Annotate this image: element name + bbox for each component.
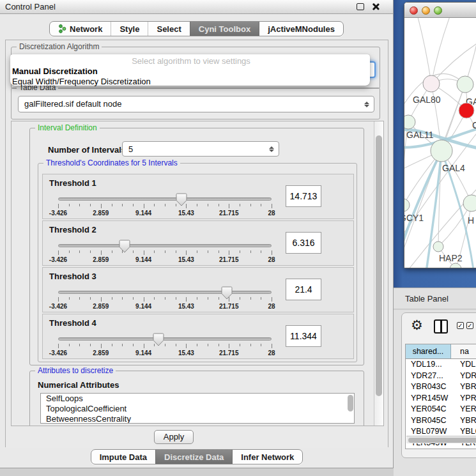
network-node-gal4[interactable] [431,140,452,162]
network-node-label: GAL11 [406,130,434,140]
network-canvas[interactable]: GAL80GALCGAL11GAL4GCY1HHAP2 [404,18,476,268]
table-data-group: Table Data galFiltered.sif default node [11,88,380,119]
slider-thumb[interactable] [221,286,233,300]
bottom-tab-impute-data[interactable]: Impute Data [91,450,155,464]
bottom-tab-discretize-data[interactable]: Discretize Data [155,450,232,464]
algorithm-group-title: Discretization Algorithm [17,42,102,51]
network-view-window: GAL80GALCGAL11GAL4GCY1HHAP2 [404,2,476,268]
tab-style[interactable]: Style [111,22,148,36]
table-cell-name: YBR0 [451,415,476,427]
table-cell-name: YDL1 [451,359,476,371]
close-icon[interactable] [371,3,380,11]
table-panel-body: ⚙ ✓ ✓ shared... na YDL19...YDL1YDR27...Y… [394,310,476,476]
algorithm-dropdown-popup: Select algorithm to view settings Manual… [10,54,370,86]
threshold-slider-2[interactable]: -3.4262.8599.14415.4321.71528 [58,239,272,265]
threshold-value-field[interactable]: 14.713 [286,185,321,207]
tick-label: -3.426 [49,256,67,263]
table-row[interactable]: YDL19...YDL1 [406,359,476,371]
network-node-label: GCY1 [404,213,424,223]
list-item[interactable]: BetweennessCentrality [41,414,354,424]
slider-ticks [58,204,272,209]
slider-thumb[interactable] [176,193,187,206]
table-cell-shared-name: YDL19... [406,359,451,371]
tick-label: 28 [268,256,275,263]
interval-definition-title: Interval Definition [35,123,100,132]
network-edge[interactable] [417,18,431,84]
table-row[interactable]: YDR27...YDR2 [406,371,476,382]
list-item[interactable]: TopologicalCoefficient [41,404,354,414]
dropdown-option-equal-width[interactable]: Equal Width/Frequency Discretization [10,77,370,87]
mac-minimize-icon[interactable] [422,6,430,15]
attributes-list[interactable]: SelfLoopsTopologicalCoefficientBetweenne… [40,393,355,424]
table-cell-shared-name: YDR27... [406,371,451,382]
threshold-value-field[interactable]: 6.316 [286,232,321,254]
slider-thumb[interactable] [119,240,130,253]
list-item[interactable]: SelfLoops [41,394,354,404]
combo-stepper-icon [363,96,371,112]
threshold-value-field[interactable]: 21.4 [286,279,321,300]
tab-cyni-toolbox[interactable]: Cyni Toolbox [190,22,259,36]
table-cell-name: YER0 [451,404,476,415]
mac-close-icon[interactable] [410,6,418,15]
bottom-tab-infer-network[interactable]: Infer Network [232,450,302,464]
dropdown-option-manual[interactable]: Manual Discretization [10,66,370,77]
threshold-label: Threshold 1 [49,178,96,188]
cyni-toolbox-panel: Discretization Algorithm Select algorith… [5,40,388,447]
network-edge[interactable] [431,37,476,84]
network-node-gal[interactable] [457,76,473,93]
mac-zoom-icon[interactable] [434,6,442,15]
network-node-hap2[interactable] [433,242,443,252]
table-row[interactable]: YPR145WYPR1 [406,393,476,404]
table-row[interactable]: YER054CYER0 [406,404,476,415]
num-intervals-combobox[interactable]: 5 [122,141,279,157]
tick-label: 21.715 [219,349,239,357]
dropdown-placeholder-item[interactable]: Select algorithm to view settings [10,54,370,66]
table-cell-shared-name: YBR045C [406,415,451,427]
tab-jactivemnodules[interactable]: jActiveMNodules [259,22,343,36]
network-node-label: C [472,120,476,130]
table-data-combobox[interactable]: galFiltered.sif default node [18,96,374,112]
threshold-value-field[interactable]: 11.344 [286,325,321,347]
network-node-label: HAP2 [439,253,463,263]
network-node-gal11[interactable] [404,115,415,129]
checkbox-checked-icon[interactable]: ✓ [466,322,473,329]
slider-track [58,244,272,247]
threshold-panel-4: Threshold 4-3.4262.8599.14415.4321.71528… [42,314,354,359]
settings-vertical-scrollbar[interactable] [374,121,383,426]
table-horizontal-scrollbar[interactable] [406,436,476,443]
tab-select[interactable]: Select [148,22,189,36]
slider-ticks [58,250,272,256]
network-node-c[interactable] [459,103,474,118]
node-table[interactable]: shared... na YDL19...YDL1YDR27...YDR2YBR… [405,344,476,449]
table-row[interactable]: YBR043CYBR0 [406,381,476,393]
network-node-gal80[interactable] [423,75,440,92]
column-header-shared-name[interactable]: shared... [406,344,451,358]
slider-track [58,197,272,201]
network-edge[interactable] [465,18,476,84]
threshold-slider-4[interactable]: -3.4262.8599.14415.4321.71528 [58,332,272,358]
table-cell-name: YIL0 [451,449,476,449]
network-node-h[interactable] [463,195,476,211]
checkbox-checked-icon[interactable]: ✓ [457,322,464,329]
bottom-tabbar: Impute DataDiscretize DataInfer Network [0,449,394,464]
tick-label: 28 [268,303,275,310]
network-node-gcy1[interactable] [404,199,410,211]
apply-button[interactable]: Apply [154,430,194,444]
threshold-slider-3[interactable]: -3.4262.8599.14415.4321.71528 [58,286,272,311]
gear-icon[interactable]: ⚙ [411,318,423,333]
float-icon[interactable] [357,3,364,10]
tick-label: 21.715 [219,256,239,263]
tick-label: 15.43 [178,303,194,310]
slider-thumb[interactable] [153,333,164,346]
tab-network[interactable]: Network [50,22,111,36]
table-row[interactable]: YBR045CYBR0 [406,415,476,427]
threshold-slider-1[interactable]: -3.4262.8599.14415.4321.71528 [58,192,272,218]
split-columns-icon[interactable] [434,319,448,334]
slider-tick-labels: -3.4262.8599.14415.4321.71528 [58,303,272,310]
slider-tick-labels: -3.4262.8599.14415.4321.71528 [58,210,272,217]
column-header-name[interactable]: na [451,344,476,358]
table-row[interactable]: YIL052CYIL0 [406,449,476,449]
numerical-attributes-label: Numerical Attributes [38,380,119,390]
list-scrollbar[interactable] [348,395,353,411]
table-cell-name: YPR1 [451,393,476,404]
